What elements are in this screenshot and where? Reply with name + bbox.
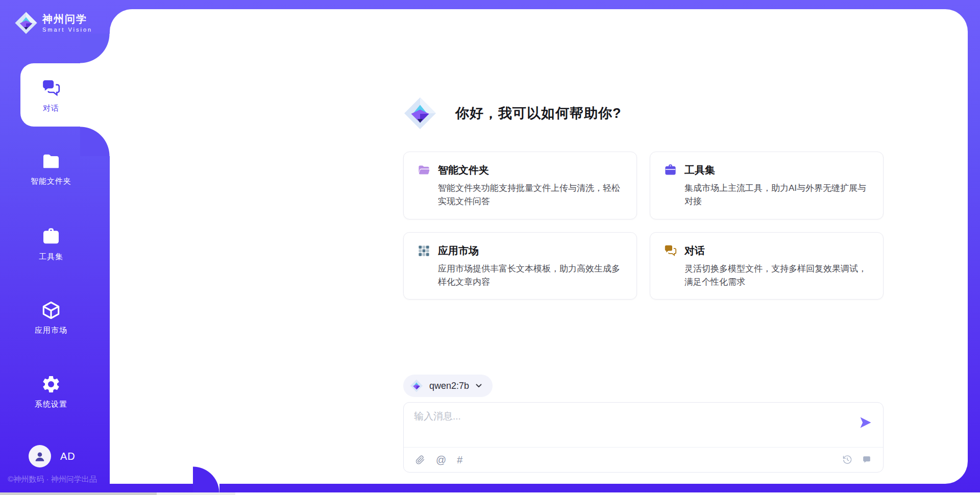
folder-icon xyxy=(41,151,61,171)
card-toolset[interactable]: 工具集 集成市场上主流工具，助力AI与外界无缝扩展与对接 xyxy=(650,152,884,219)
sidebar-item-label: 系统设置 xyxy=(35,400,67,409)
gear-icon xyxy=(41,374,61,394)
copyright-footer: ©神州数码 · 神州问学出品 xyxy=(0,475,105,484)
brand-subtitle: Smart Vision xyxy=(42,27,92,33)
sidebar-item-chat[interactable]: 对话 xyxy=(0,78,102,113)
card-title: 智能文件夹 xyxy=(438,163,489,177)
toolbox-icon xyxy=(41,227,61,247)
attachment-icon[interactable] xyxy=(415,455,425,465)
greeting-row: 你好，我可以如何帮助你? xyxy=(403,96,622,130)
comment-icon[interactable] xyxy=(862,455,872,465)
composer-toolbar-right xyxy=(842,455,872,465)
greeting-title: 你好，我可以如何帮助你? xyxy=(455,104,622,122)
composer-toolbar: @ # xyxy=(404,447,883,472)
sidebar-item-settings[interactable]: 系统设置 xyxy=(0,374,102,409)
card-description: 灵活切换多模型文件，支持多样回复效果调试，满足个性化需求 xyxy=(684,262,870,289)
message-composer: @ # xyxy=(403,402,884,473)
card-title: 应用市场 xyxy=(438,244,479,258)
sidebar-item-label: 工具集 xyxy=(39,252,63,262)
brand-diamond-icon xyxy=(14,11,38,35)
sidebar-item-smart-folder[interactable]: 智能文件夹 xyxy=(0,151,102,186)
sidebar-item-label: 应用市场 xyxy=(35,326,67,335)
sidebar: 神州问学 Smart Vision 对话 智能文件夹 工具集 xyxy=(0,0,110,495)
history-icon[interactable] xyxy=(842,455,852,465)
main-panel: 你好，我可以如何帮助你? 智能文件夹 智能文件夹功能支持批量文件上传与清洗，轻松… xyxy=(110,9,968,484)
card-description: 集成市场上主流工具，助力AI与外界无缝扩展与对接 xyxy=(684,182,870,209)
diamond-logo-icon xyxy=(410,379,423,392)
app-window: 神州问学 Smart Vision 对话 智能文件夹 工具集 xyxy=(0,0,980,495)
card-description: 应用市场提供丰富长文本模板，助力高效生成多样化文章内容 xyxy=(438,262,623,289)
toolbox-icon xyxy=(664,163,677,177)
user-initials: AD xyxy=(60,451,76,462)
card-app-market[interactable]: 应用市场 应用市场提供丰富长文本模板，助力高效生成多样化文章内容 xyxy=(403,232,637,300)
grid-icon xyxy=(417,244,431,258)
card-title: 工具集 xyxy=(684,163,715,177)
chevron-down-icon xyxy=(475,382,482,389)
hashtag-icon[interactable]: # xyxy=(457,455,462,465)
card-description: 智能文件夹功能支持批量文件上传与清洗，轻松实现文件问答 xyxy=(438,182,623,209)
avatar xyxy=(29,445,51,467)
mention-icon[interactable]: @ xyxy=(436,455,446,465)
window-bottom-edge xyxy=(0,492,980,495)
model-name: qwen2:7b xyxy=(429,381,469,391)
send-icon xyxy=(859,415,873,430)
sidebar-item-app-market[interactable]: 应用市场 xyxy=(0,300,102,335)
sidebar-item-label: 智能文件夹 xyxy=(31,177,71,186)
card-chat[interactable]: 对话 灵活切换多模型文件，支持多样回复效果调试，满足个性化需求 xyxy=(650,232,884,300)
user-profile[interactable]: AD xyxy=(29,445,76,467)
message-input[interactable] xyxy=(414,410,838,442)
cube-icon xyxy=(41,300,61,320)
brand-text: 神州问学 Smart Vision xyxy=(42,13,92,33)
assistant-diamond-icon xyxy=(403,96,437,130)
feature-cards: 智能文件夹 智能文件夹功能支持批量文件上传与清洗，轻松实现文件问答 工具集 集成… xyxy=(403,152,884,300)
card-title: 对话 xyxy=(684,244,705,258)
person-icon xyxy=(33,449,47,463)
sidebar-item-toolset[interactable]: 工具集 xyxy=(0,227,102,262)
panel-bottom-flare xyxy=(193,466,219,493)
sidebar-item-label: 对话 xyxy=(43,104,59,113)
chat-icon xyxy=(41,78,61,98)
folder-icon xyxy=(417,163,431,177)
send-button[interactable] xyxy=(857,415,874,431)
card-smart-folder[interactable]: 智能文件夹 智能文件夹功能支持批量文件上传与清洗，轻松实现文件问答 xyxy=(403,152,637,219)
model-selector[interactable]: qwen2:7b xyxy=(403,375,493,397)
chat-icon xyxy=(664,244,677,258)
active-tab-fillet-top xyxy=(80,34,110,63)
composer-toolbar-left: @ # xyxy=(415,455,462,465)
brand-logo: 神州问学 Smart Vision xyxy=(14,11,92,35)
brand-name: 神州问学 xyxy=(42,13,92,25)
